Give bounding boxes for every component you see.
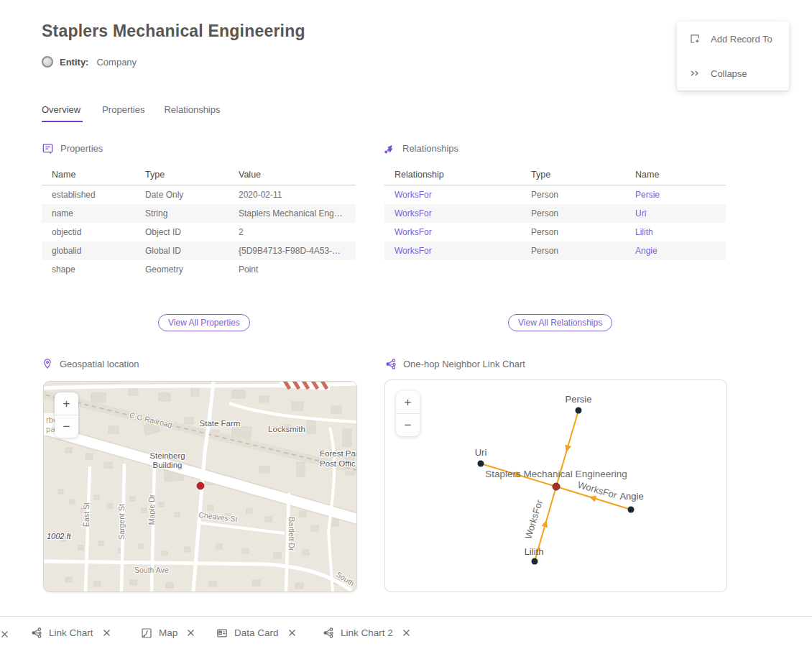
map-icon <box>141 627 152 639</box>
table-row: WorksForPersonAngie <box>384 241 726 260</box>
table-cell: Date Only <box>135 185 229 205</box>
entity-subtitle: Entity: Company <box>42 56 137 68</box>
table-row: WorksForPersonPersie <box>384 185 726 205</box>
table-cell[interactable]: Persie <box>625 185 726 205</box>
record-link[interactable]: WorksFor <box>395 246 432 256</box>
column-header: Type <box>521 165 625 185</box>
context-menu: Add Record To Collapse <box>677 22 789 91</box>
company-node[interactable] <box>553 483 560 490</box>
table-cell: established <box>42 185 135 205</box>
tab-properties[interactable]: Properties <box>102 104 144 122</box>
table-cell: name <box>42 204 135 223</box>
data-card-icon <box>216 627 228 639</box>
map-label: Bartlett Dr <box>287 517 296 551</box>
collapse-icon <box>689 68 701 79</box>
table-cell[interactable]: WorksFor <box>384 185 521 205</box>
table-cell: String <box>135 204 229 223</box>
tab-relationships[interactable]: Relationships <box>164 104 220 122</box>
table-cell: objectid <box>42 223 135 241</box>
link-chart-section-header: One-hop Neighbor Link Chart <box>384 358 525 370</box>
person-node[interactable] <box>478 461 484 467</box>
tab-label[interactable]: Link Chart <box>49 627 93 638</box>
link-chart-canvas[interactable]: WorksForWorksForPersieUriAngieLilithStap… <box>385 380 726 592</box>
view-all-relationships-button[interactable]: View All Relationships <box>508 314 612 331</box>
table-cell: {5D9B4713-F98D-4A53-… <box>229 241 356 260</box>
entity-type: Company <box>96 57 137 68</box>
node-label: Lilith <box>525 546 544 557</box>
table-cell: Global ID <box>135 241 229 260</box>
tab-map[interactable]: Map <box>141 617 195 649</box>
map-label: South Ave <box>134 566 169 574</box>
chart-zoom-control: + − <box>396 391 420 436</box>
zoom-in-button[interactable]: + <box>55 392 78 415</box>
person-node[interactable] <box>628 507 635 513</box>
location-pin-icon <box>42 358 53 369</box>
table-cell[interactable]: WorksFor <box>384 241 521 260</box>
record-link[interactable]: Angie <box>635 246 658 256</box>
relationships-icon <box>384 142 396 155</box>
column-header: Relationship <box>384 165 521 185</box>
close-icon[interactable] <box>187 629 195 637</box>
close-icon[interactable] <box>402 629 410 637</box>
menu-item-collapse[interactable]: Collapse <box>677 56 789 91</box>
map-label: Locksmith <box>268 425 305 433</box>
record-link[interactable]: WorksFor <box>395 227 432 237</box>
table-cell[interactable]: Angie <box>625 241 726 260</box>
view-all-properties-button[interactable]: View All Properties <box>158 314 250 331</box>
map-canvas[interactable]: rbourpaedicsC G RailroadState FarmLocksm… <box>44 382 356 592</box>
close-icon[interactable] <box>103 629 111 637</box>
tab-data-card[interactable]: Data Card <box>216 617 296 649</box>
menu-item-label: Collapse <box>711 68 747 79</box>
node-label: Angie <box>619 491 643 502</box>
map-label: East St <box>82 502 91 527</box>
map-label: Steinberg <box>149 451 185 460</box>
properties-section-header: Properties <box>42 142 103 155</box>
table-cell: 2020-02-11 <box>229 185 356 205</box>
section-title: One-hop Neighbor Link Chart <box>403 359 525 369</box>
table-cell: Person <box>521 223 625 241</box>
relationships-table: RelationshipTypeNameWorksForPersonPersie… <box>384 165 726 260</box>
tab-overview[interactable]: Overview <box>42 104 83 122</box>
tab-label[interactable]: Link Chart 2 <box>341 627 393 638</box>
node-label: Uri <box>475 447 487 458</box>
record-link[interactable]: WorksFor <box>395 208 432 218</box>
tab-label[interactable]: Data Card <box>234 627 279 638</box>
menu-item-add-record-to[interactable]: Add Record To <box>677 22 789 56</box>
tab-link-chart[interactable]: Link Chart <box>30 617 111 649</box>
map-card: rbourpaedicsC G RailroadState FarmLocksm… <box>43 381 357 592</box>
map-label: Post Offic <box>320 459 356 468</box>
table-cell[interactable]: WorksFor <box>384 223 521 241</box>
tab-label[interactable]: Map <box>159 627 177 638</box>
table-cell[interactable]: Uri <box>625 204 726 223</box>
node-label: Persie <box>566 394 592 405</box>
record-link[interactable]: Lilith <box>635 227 653 237</box>
table-row: WorksForPersonLilith <box>384 223 726 241</box>
map-label: Forest Par <box>320 449 356 458</box>
close-icon[interactable] <box>288 629 296 637</box>
table-cell[interactable]: Lilith <box>625 223 726 241</box>
record-link[interactable]: Persie <box>635 190 660 200</box>
map-marker[interactable] <box>197 482 204 489</box>
tab-link-chart-2[interactable]: Link Chart 2 <box>322 617 410 649</box>
table-row: nameStringStaplers Mechanical Eng… <box>42 204 356 223</box>
map-zoom-control: + − <box>55 392 78 438</box>
person-node[interactable] <box>576 408 582 414</box>
map-label: Maple Dr <box>147 494 156 525</box>
record-link[interactable]: Uri <box>635 208 646 218</box>
table-row: globalidGlobal ID{5D9B4713-F98D-4A53-… <box>42 241 356 260</box>
hazard-stripes <box>280 382 330 389</box>
zoom-out-button[interactable]: − <box>396 413 420 436</box>
add-record-icon <box>689 33 701 45</box>
table-cell: Person <box>521 204 625 223</box>
zoom-out-button[interactable]: − <box>55 415 78 438</box>
edge-label: WorksFor <box>576 479 619 501</box>
close-icon[interactable] <box>1 628 9 641</box>
section-title: Geospatial location <box>60 359 139 369</box>
table-row: establishedDate Only2020-02-11 <box>42 185 356 205</box>
table-cell[interactable]: WorksFor <box>384 204 521 223</box>
properties-icon <box>42 142 54 155</box>
page-title: Staplers Mechanical Engineering <box>42 22 305 41</box>
zoom-in-button[interactable]: + <box>396 391 420 413</box>
record-link[interactable]: WorksFor <box>395 190 432 200</box>
person-node[interactable] <box>532 558 538 565</box>
